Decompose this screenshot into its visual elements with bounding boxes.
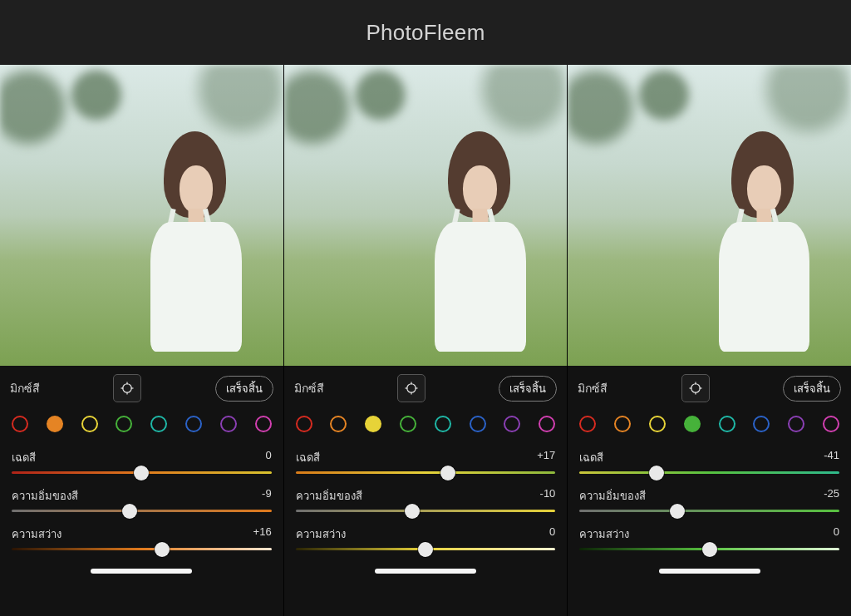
saturation-value: -10 [540,487,556,505]
color-swatch[interactable] [12,416,28,432]
luminance-label: ความสว่าง [296,525,346,543]
color-mix-label: มิกซ์สี [294,379,324,397]
editor-panel: มิกซ์สี เสร็จสิ้น เฉดสี +17 ความอิ่มของส… [283,65,568,616]
color-swatch-row [568,407,851,444]
hue-label: เฉดสี [296,449,320,466]
panels-row: มิกซ์สี เสร็จสิ้น เฉดสี 0 ความอิ่มของสี … [0,65,851,616]
home-indicator [659,569,760,574]
svg-point-10 [691,384,700,393]
color-mix-toolbar: มิกซ์สี เสร็จสิ้น [0,366,283,407]
hue-slider[interactable] [579,471,839,474]
editor-panel: มิกซ์สี เสร็จสิ้น เฉดสี 0 ความอิ่มของสี … [0,65,283,616]
color-swatch[interactable] [81,416,98,432]
saturation-slider-row: ความอิ่มของสี -25 [579,487,839,512]
luminance-slider-knob[interactable] [418,542,433,557]
saturation-value: -9 [262,487,272,505]
color-swatch[interactable] [614,416,631,432]
color-swatch-row [0,407,283,444]
color-swatch[interactable] [649,416,666,432]
hue-slider-knob[interactable] [649,466,664,480]
editor-panel: มิกซ์สี เสร็จสิ้น เฉดสี -41 ความอิ่มของส… [567,65,851,616]
color-swatch[interactable] [296,416,312,432]
color-swatch[interactable] [400,416,416,432]
luminance-label: ความสว่าง [579,525,629,543]
color-mix-label: มิกซ์สี [578,379,608,397]
photo-preview[interactable] [568,65,851,366]
saturation-slider-knob[interactable] [670,504,685,519]
hue-slider[interactable] [296,471,556,474]
luminance-slider-row: ความสว่าง +16 [12,525,272,550]
luminance-slider-row: ความสว่าง 0 [579,525,839,550]
slider-group: เฉดสี -41 ความอิ่มของสี -25 ความสว่าง 0 [568,444,851,564]
target-adjust-button[interactable] [681,374,710,402]
luminance-slider-knob[interactable] [155,542,170,557]
luminance-value: 0 [834,525,839,543]
target-adjust-button[interactable] [113,374,141,402]
color-swatch[interactable] [255,416,272,432]
hue-slider-row: เฉดสี +17 [296,449,556,474]
luminance-slider-knob[interactable] [702,542,717,557]
hue-slider-row: เฉดสี 0 [12,449,272,474]
hue-label: เฉดสี [12,449,36,466]
target-adjust-button[interactable] [397,374,426,402]
saturation-label: ความอิ่มของสี [579,487,646,505]
luminance-slider[interactable] [12,548,272,550]
color-swatch[interactable] [47,416,63,432]
hue-value: 0 [265,449,271,466]
hue-value: -41 [824,449,839,466]
color-mix-label: มิกซ์สี [10,379,40,397]
color-swatch[interactable] [788,416,804,432]
home-indicator [91,569,192,574]
color-swatch[interactable] [504,416,520,432]
color-swatch[interactable] [150,416,167,432]
luminance-value: +16 [253,525,272,543]
saturation-slider[interactable] [579,510,839,512]
luminance-slider-row: ความสว่าง 0 [296,525,556,550]
hue-slider[interactable] [12,471,272,474]
luminance-label: ความสว่าง [12,525,61,543]
saturation-slider-knob[interactable] [122,504,137,519]
done-button[interactable]: เสร็จสิ้น [783,376,841,402]
hue-slider-knob[interactable] [134,466,149,480]
hue-slider-row: เฉดสี -41 [579,449,839,474]
color-swatch[interactable] [753,416,770,432]
saturation-slider-row: ความอิ่มของสี -10 [296,487,556,512]
color-swatch[interactable] [579,416,596,432]
color-mix-toolbar: มิกซ์สี เสร็จสิ้น [568,366,851,407]
slider-group: เฉดสี 0 ความอิ่มของสี -9 ความสว่าง +16 [0,444,283,564]
color-swatch-row [284,407,568,444]
color-swatch[interactable] [185,416,202,432]
color-swatch[interactable] [330,416,347,432]
hue-slider-knob[interactable] [440,466,455,480]
color-swatch[interactable] [823,416,839,432]
luminance-slider[interactable] [579,548,839,550]
home-indicator [375,569,476,574]
saturation-slider[interactable] [296,510,556,512]
color-swatch[interactable] [435,416,451,432]
saturation-label: ความอิ่มของสี [12,487,78,505]
luminance-value: 0 [549,525,555,543]
photo-preview[interactable] [0,65,283,366]
color-mix-toolbar: มิกซ์สี เสร็จสิ้น [284,366,568,407]
color-swatch[interactable] [116,416,132,432]
svg-point-0 [123,384,132,393]
svg-point-5 [407,384,416,393]
photo-preview[interactable] [284,65,568,366]
color-swatch[interactable] [220,416,237,432]
saturation-slider[interactable] [12,510,272,512]
done-button[interactable]: เสร็จสิ้น [499,376,557,402]
saturation-slider-knob[interactable] [405,504,420,519]
header: PhotoFleem [0,0,851,65]
saturation-label: ความอิ่มของสี [296,487,362,505]
color-swatch[interactable] [684,416,701,432]
slider-group: เฉดสี +17 ความอิ่มของสี -10 ความสว่าง 0 [284,444,568,564]
luminance-slider[interactable] [296,548,556,550]
done-button[interactable]: เสร็จสิ้น [215,376,273,402]
hue-value: +17 [537,449,555,466]
color-swatch[interactable] [719,416,735,432]
hue-label: เฉดสี [579,449,603,466]
saturation-slider-row: ความอิ่มของสี -9 [12,487,272,512]
color-swatch[interactable] [539,416,555,432]
color-swatch[interactable] [365,416,381,432]
color-swatch[interactable] [470,416,486,432]
